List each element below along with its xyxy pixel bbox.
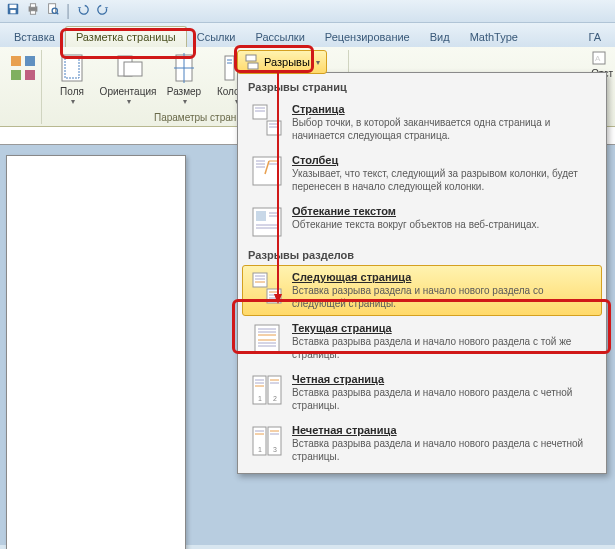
item-next-page-title: Следующая страница xyxy=(292,271,594,283)
item-next-page-desc: Вставка разрыва раздела и начало нового … xyxy=(292,284,594,310)
svg-rect-12 xyxy=(25,70,35,80)
svg-rect-29 xyxy=(248,63,258,69)
item-next-page[interactable]: Следующая страницаВставка разрыва раздел… xyxy=(242,265,602,316)
orientation-icon xyxy=(112,52,144,84)
chevron-down-icon: ▾ xyxy=(316,58,320,67)
tab-review[interactable]: Рецензирование xyxy=(315,27,420,47)
qat-separator: | xyxy=(66,2,70,20)
size-label: Размер xyxy=(167,86,201,97)
group-themes xyxy=(5,50,42,124)
item-odd-page-title: Нечетная страница xyxy=(292,424,594,436)
item-continuous-desc: Вставка разрыва раздела и начало нового … xyxy=(292,335,594,361)
item-continuous-title: Текущая страница xyxy=(292,322,594,334)
breaks-icon xyxy=(244,54,260,70)
continuous-break-icon xyxy=(250,322,284,356)
size-icon xyxy=(168,52,200,84)
item-even-page[interactable]: 12 Четная страницаВставка разрыва раздел… xyxy=(242,367,602,418)
item-textwrap[interactable]: Обтекание текстомОбтекание текста вокруг… xyxy=(242,199,602,245)
item-even-page-desc: Вставка разрыва раздела и начало нового … xyxy=(292,386,594,412)
item-odd-page[interactable]: 13 Нечетная страницаВставка разрыва разд… xyxy=(242,418,602,469)
svg-rect-9 xyxy=(11,56,21,66)
ribbon-tabs: Вставка Разметка страницы Ссылки Рассылк… xyxy=(0,23,615,47)
item-column-desc: Указывает, что текст, следующий за разры… xyxy=(292,167,594,193)
orientation-label: Ориентация xyxy=(100,86,157,97)
svg-text:2: 2 xyxy=(273,395,277,402)
next-page-break-icon xyxy=(250,271,284,305)
item-page[interactable]: СтраницаВыбор точки, в которой заканчива… xyxy=(242,97,602,148)
item-page-desc: Выбор точки, в которой заканчивается одн… xyxy=(292,116,594,142)
item-continuous[interactable]: Текущая страницаВставка разрыва раздела … xyxy=(242,316,602,367)
item-textwrap-title: Обтекание текстом xyxy=(292,205,594,217)
breaks-button[interactable]: Разрывы ▾ xyxy=(237,50,327,74)
textwrap-break-icon xyxy=(250,205,284,239)
section-section-breaks: Разрывы разделов xyxy=(242,245,602,265)
svg-rect-28 xyxy=(246,55,256,61)
svg-rect-2 xyxy=(10,10,15,14)
preview-icon[interactable] xyxy=(46,2,60,20)
page-break-icon xyxy=(250,103,284,137)
item-column-title: Столбец xyxy=(292,154,594,166)
item-textwrap-desc: Обтекание текста вокруг объектов на веб-… xyxy=(292,218,594,231)
item-page-title: Страница xyxy=(292,103,594,115)
themes-button[interactable] xyxy=(9,50,37,88)
themes-icon xyxy=(7,52,39,84)
section-page-breaks: Разрывы страниц xyxy=(242,77,602,97)
tab-insert[interactable]: Вставка xyxy=(4,27,65,47)
svg-rect-16 xyxy=(124,62,142,76)
odd-page-break-icon: 13 xyxy=(250,424,284,458)
margins-label: Поля xyxy=(60,86,84,97)
page-preview[interactable] xyxy=(6,155,186,549)
svg-rect-43 xyxy=(256,211,266,221)
quick-access-toolbar: | xyxy=(0,0,615,23)
tab-truncated[interactable]: ГА xyxy=(578,27,611,47)
orientation-button[interactable]: Ориентация▾ xyxy=(98,50,158,108)
svg-line-8 xyxy=(57,13,59,15)
size-button[interactable]: Размер▾ xyxy=(158,50,210,108)
svg-rect-1 xyxy=(10,5,17,9)
svg-rect-48 xyxy=(253,273,267,287)
tab-mathtype[interactable]: MathType xyxy=(460,27,528,47)
column-break-icon xyxy=(250,154,284,188)
tab-page-layout[interactable]: Разметка страницы xyxy=(65,26,187,47)
breaks-dropdown: Разрывы страниц СтраницаВыбор точки, в к… xyxy=(237,72,607,474)
margins-icon xyxy=(56,52,88,84)
save-icon[interactable] xyxy=(6,2,20,20)
undo-icon[interactable] xyxy=(76,2,90,20)
svg-rect-4 xyxy=(30,4,35,8)
svg-rect-11 xyxy=(11,70,21,80)
redo-icon[interactable] xyxy=(96,2,110,20)
svg-rect-30 xyxy=(253,105,267,119)
svg-rect-10 xyxy=(25,56,35,66)
item-odd-page-desc: Вставка разрыва раздела и начало нового … xyxy=(292,437,594,463)
svg-text:3: 3 xyxy=(273,446,277,453)
item-even-page-title: Четная страница xyxy=(292,373,594,385)
margins-button[interactable]: Поля▾ xyxy=(46,50,98,108)
watermark-hint-icon[interactable]: A xyxy=(591,50,613,66)
breaks-label: Разрывы xyxy=(264,56,310,68)
svg-rect-31 xyxy=(267,121,281,135)
print-icon[interactable] xyxy=(26,2,40,20)
item-column[interactable]: СтолбецУказывает, что текст, следующий з… xyxy=(242,148,602,199)
tab-view[interactable]: Вид xyxy=(420,27,460,47)
svg-rect-5 xyxy=(30,11,35,15)
svg-rect-49 xyxy=(267,289,281,303)
svg-text:1: 1 xyxy=(258,395,262,402)
tab-references[interactable]: Ссылки xyxy=(187,27,246,47)
even-page-break-icon: 12 xyxy=(250,373,284,407)
svg-text:A: A xyxy=(595,54,601,63)
svg-text:1: 1 xyxy=(258,446,262,453)
tab-mailings[interactable]: Рассылки xyxy=(245,27,314,47)
